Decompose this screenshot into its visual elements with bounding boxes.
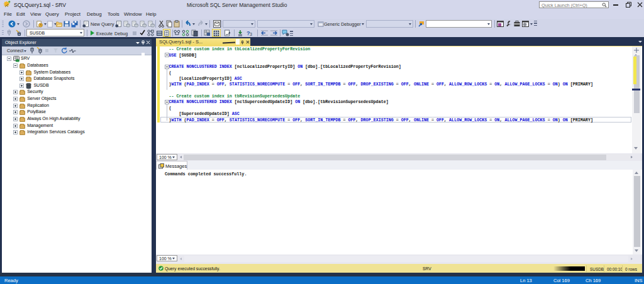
svg-text:3: 3 (250, 32, 252, 36)
